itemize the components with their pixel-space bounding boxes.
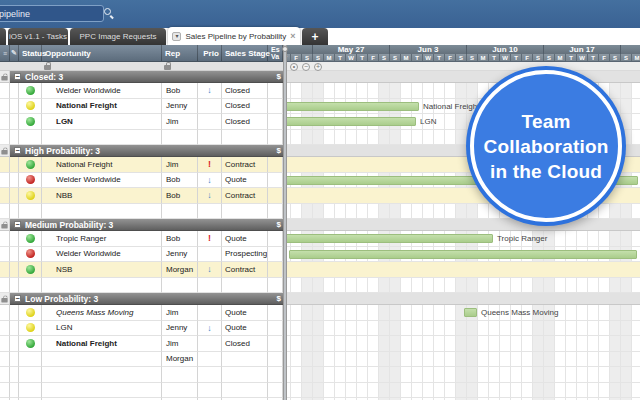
column-header-prio[interactable]: Prio: [198, 45, 222, 61]
row-edit-cell[interactable]: [10, 204, 19, 220]
gantt-bar[interactable]: [283, 102, 419, 111]
tab-close-icon[interactable]: ×: [290, 31, 295, 41]
rep-cell[interactable]: Bob: [162, 173, 198, 189]
group-header-row[interactable]: −Low Probability: 3$: [0, 293, 640, 305]
est-value-cell[interactable]: [268, 321, 283, 337]
est-value-cell[interactable]: [268, 383, 283, 399]
row-gutter-cell[interactable]: [0, 336, 10, 352]
row-edit-cell[interactable]: [10, 305, 19, 321]
row-gutter-cell[interactable]: [0, 114, 10, 130]
status-cell[interactable]: [19, 99, 42, 115]
group-band[interactable]: −Low Probability: 3$: [10, 293, 283, 305]
opportunity-cell[interactable]: Queens Mass Moving: [42, 305, 162, 321]
rep-cell[interactable]: Jim: [162, 114, 198, 130]
prio-cell[interactable]: [198, 305, 222, 321]
column-header-opportunity[interactable]: Opportunity: [42, 45, 162, 61]
prio-cell[interactable]: [198, 99, 222, 115]
rep-cell[interactable]: [162, 278, 198, 294]
search-button[interactable]: [103, 7, 117, 21]
row-gutter-cell[interactable]: [0, 231, 10, 247]
status-cell[interactable]: [19, 278, 42, 294]
collapse-icon[interactable]: −: [14, 147, 21, 154]
row-gutter-cell[interactable]: [0, 367, 10, 383]
gantt-bar[interactable]: [283, 117, 416, 126]
prio-cell[interactable]: ↓: [198, 321, 222, 337]
row-gutter-cell[interactable]: [0, 188, 10, 204]
status-cell[interactable]: [19, 204, 42, 220]
column-header-status[interactable]: Status: [19, 45, 42, 61]
opportunity-cell[interactable]: National Freight: [42, 336, 162, 352]
prio-cell[interactable]: !: [198, 157, 222, 173]
row-gutter-cell[interactable]: [0, 157, 10, 173]
group-band[interactable]: −High Probability: 3$: [10, 145, 283, 157]
rep-cell[interactable]: Jim: [162, 157, 198, 173]
row-edit-cell[interactable]: [10, 83, 19, 99]
est-value-cell[interactable]: [268, 367, 283, 383]
row-edit-cell[interactable]: [10, 278, 19, 294]
sales-stage-cell[interactable]: Quote: [222, 321, 268, 337]
sales-stage-cell[interactable]: [222, 278, 268, 294]
prio-cell[interactable]: !: [198, 231, 222, 247]
status-cell[interactable]: [19, 383, 42, 399]
opportunity-cell[interactable]: [42, 367, 162, 383]
est-value-cell[interactable]: [268, 83, 283, 99]
column-header-edit[interactable]: ✎: [10, 45, 19, 61]
prio-cell[interactable]: ↓: [198, 262, 222, 278]
sales-stage-cell[interactable]: Contract: [222, 262, 268, 278]
row-gutter-cell[interactable]: [0, 278, 10, 294]
gantt-bar[interactable]: [283, 234, 493, 243]
opportunity-cell[interactable]: [42, 278, 162, 294]
opportunity-cell[interactable]: National Freight: [42, 99, 162, 115]
sales-stage-cell[interactable]: Closed: [222, 336, 268, 352]
row-edit-cell[interactable]: [10, 383, 19, 399]
status-cell[interactable]: [19, 305, 42, 321]
prio-cell[interactable]: [198, 114, 222, 130]
status-cell[interactable]: [19, 262, 42, 278]
row-edit-cell[interactable]: [10, 130, 19, 146]
prio-cell[interactable]: [198, 247, 222, 263]
sales-stage-cell[interactable]: [222, 383, 268, 399]
opportunity-cell[interactable]: Welder Worldwide: [42, 173, 162, 189]
sales-stage-cell[interactable]: Closed: [222, 99, 268, 115]
est-value-cell[interactable]: [268, 173, 283, 189]
est-value-cell[interactable]: [268, 247, 283, 263]
row-edit-cell[interactable]: [10, 157, 19, 173]
prio-cell[interactable]: ↓: [198, 83, 222, 99]
row-gutter-cell[interactable]: [0, 262, 10, 278]
splitter-handle[interactable]: [282, 46, 288, 52]
tab-ppc-image-requests[interactable]: PPC Image Requests: [70, 28, 166, 45]
rep-cell[interactable]: [162, 204, 198, 220]
rep-cell[interactable]: Jim: [162, 305, 198, 321]
row-edit-cell[interactable]: [10, 231, 19, 247]
row-edit-cell[interactable]: [10, 99, 19, 115]
column-header-rep[interactable]: Rep: [162, 45, 198, 61]
est-value-cell[interactable]: [268, 157, 283, 173]
status-cell[interactable]: [19, 130, 42, 146]
sales-stage-cell[interactable]: [222, 204, 268, 220]
sales-stage-cell[interactable]: Closed: [222, 83, 268, 99]
column-header-sales-stage[interactable]: Sales Stage: [222, 45, 268, 61]
sales-stage-cell[interactable]: [222, 367, 268, 383]
est-value-cell[interactable]: [268, 305, 283, 321]
prio-cell[interactable]: ↓: [198, 188, 222, 204]
sales-stage-cell[interactable]: Prospecting: [222, 247, 268, 263]
prio-cell[interactable]: [198, 204, 222, 220]
status-cell[interactable]: [19, 114, 42, 130]
sales-stage-cell[interactable]: Quote: [222, 231, 268, 247]
est-value-cell[interactable]: [268, 231, 283, 247]
new-tab-button[interactable]: +: [302, 28, 328, 45]
status-cell[interactable]: [19, 231, 42, 247]
prio-cell[interactable]: [198, 383, 222, 399]
status-cell[interactable]: [19, 352, 42, 368]
rep-cell[interactable]: [162, 130, 198, 146]
row-edit-cell[interactable]: [10, 321, 19, 337]
opportunity-cell[interactable]: National Freight: [42, 157, 162, 173]
rep-cell[interactable]: Morgan: [162, 352, 198, 368]
rep-cell[interactable]: [162, 367, 198, 383]
rep-cell[interactable]: Jenny: [162, 247, 198, 263]
row-edit-cell[interactable]: [10, 262, 19, 278]
row-gutter-cell[interactable]: [0, 83, 10, 99]
sales-stage-cell[interactable]: [222, 130, 268, 146]
opportunity-cell[interactable]: [42, 130, 162, 146]
row-gutter-cell[interactable]: [0, 305, 10, 321]
